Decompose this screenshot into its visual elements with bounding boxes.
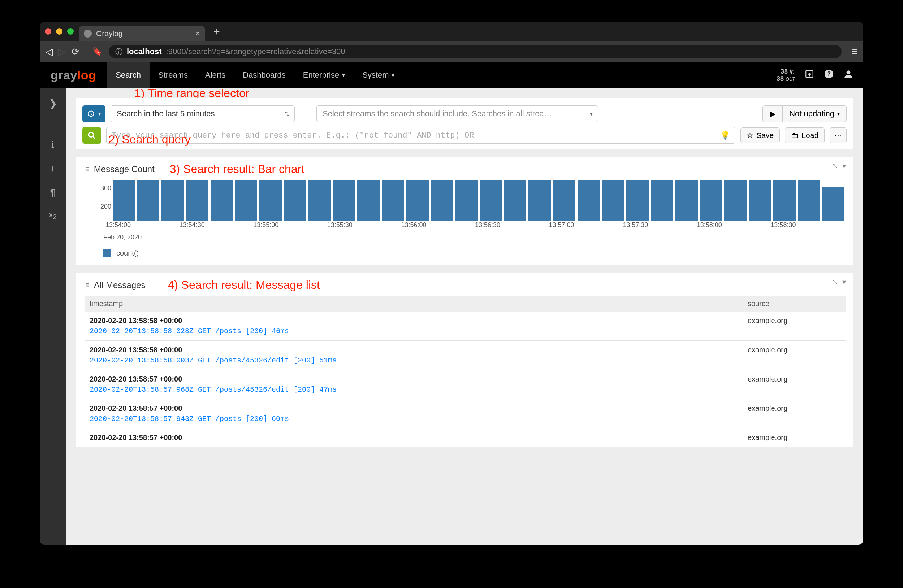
nav-item-streams[interactable]: Streams xyxy=(149,62,197,88)
chevron-down-icon[interactable]: ▾ xyxy=(842,162,846,170)
side-rail: ❯ i ＋ ¶ x2 xyxy=(40,88,66,545)
message-row[interactable]: 2020-02-20 13:58:57 +00:00example.org202… xyxy=(85,399,846,428)
bookmark-icon[interactable]: 🔖 xyxy=(93,47,102,56)
chart-bar[interactable] xyxy=(162,180,184,221)
collapse-icon[interactable]: ⤡ xyxy=(832,278,838,286)
chart-bar[interactable] xyxy=(186,180,208,221)
message-row[interactable]: 2020-02-20 13:58:58 +00:00example.org202… xyxy=(85,341,846,370)
chart-bar[interactable] xyxy=(529,180,551,221)
run-search-button[interactable] xyxy=(82,127,101,144)
x-tick: 13:57:30 xyxy=(623,221,697,232)
chart-bar[interactable] xyxy=(724,180,747,221)
bulb-icon[interactable]: 💡 xyxy=(720,131,730,140)
messages-title: All Messages xyxy=(94,280,146,290)
nav-item-enterprise[interactable]: Enterprise xyxy=(294,62,354,88)
chart-bar[interactable] xyxy=(651,180,673,221)
message-row[interactable]: 2020-02-20 13:58:57 +00:00example.org202… xyxy=(85,370,846,399)
more-actions-button[interactable]: ⋯ xyxy=(830,127,846,143)
chevron-down-icon[interactable]: ▾ xyxy=(842,278,846,286)
chart-bar[interactable] xyxy=(333,180,356,221)
user-icon[interactable] xyxy=(844,69,853,81)
maximise-window-icon[interactable] xyxy=(67,28,74,34)
chevron-right-icon[interactable]: ❯ xyxy=(49,97,57,109)
help-icon[interactable]: ? xyxy=(824,69,834,81)
play-button[interactable]: ▶ xyxy=(763,105,783,122)
forward-button[interactable]: ▷ xyxy=(58,46,65,57)
chart-bar[interactable] xyxy=(455,180,478,221)
plus-icon[interactable]: ＋ xyxy=(48,162,58,176)
back-button[interactable]: ◁ xyxy=(46,46,53,57)
chart-bar[interactable] xyxy=(602,180,625,221)
chart-bar[interactable] xyxy=(113,180,135,221)
nav-item-dashboards[interactable]: Dashboards xyxy=(234,62,294,88)
close-tab-icon[interactable]: × xyxy=(195,29,200,38)
search-query-input[interactable]: Type your search query here and press en… xyxy=(106,127,735,144)
chart-panel: ≡ Message Count 3) Search result: Bar ch… xyxy=(76,157,853,265)
chart-bar[interactable] xyxy=(773,180,796,221)
chart-bar[interactable] xyxy=(749,180,771,221)
drag-handle-icon[interactable]: ≡ xyxy=(85,165,90,173)
col-source[interactable]: source xyxy=(748,299,842,308)
message-source: example.org xyxy=(748,375,842,383)
subscript-icon[interactable]: x2 xyxy=(49,210,57,221)
chart-bar[interactable] xyxy=(700,180,722,221)
chart-bar[interactable] xyxy=(504,180,527,221)
chart-bar[interactable] xyxy=(284,180,306,221)
svg-point-5 xyxy=(89,132,94,137)
message-body: 2020-02-20T13:58:58.003Z GET /posts/4532… xyxy=(90,356,842,365)
chart-bar[interactable] xyxy=(357,180,380,221)
x-tick: 13:56:00 xyxy=(401,221,475,232)
nav-item-search[interactable]: Search xyxy=(107,62,149,88)
chart-bar[interactable] xyxy=(577,180,600,221)
chart-bar[interactable] xyxy=(553,180,576,221)
messages-panel: ≡ All Messages 4) Search result: Message… xyxy=(76,273,853,447)
load-search-button[interactable]: 🗀 Load xyxy=(785,127,824,143)
chart-bar[interactable] xyxy=(260,180,282,221)
message-timestamp: 2020-02-20 13:58:57 +00:00 xyxy=(90,404,182,412)
y-tick: 200 xyxy=(101,203,111,210)
minimise-window-icon[interactable] xyxy=(56,28,63,34)
drag-handle-icon[interactable]: ≡ xyxy=(85,281,90,289)
message-row[interactable]: 2020-02-20 13:58:57 +00:00example.org xyxy=(85,428,846,447)
chart-bar[interactable] xyxy=(211,180,233,221)
chart-bar[interactable] xyxy=(431,180,453,221)
time-range-select[interactable]: Search in the last 5 minutes ⇅ xyxy=(110,105,295,122)
chart-bar[interactable] xyxy=(675,180,698,221)
chart-bar[interactable] xyxy=(626,180,649,221)
reload-button[interactable]: ⟳ xyxy=(71,46,79,57)
update-mode-button[interactable]: Not updating xyxy=(783,105,846,122)
save-search-button[interactable]: ☆ Save xyxy=(741,127,780,143)
message-row[interactable]: 2020-02-20 13:58:58 +00:00example.org202… xyxy=(85,312,846,341)
chart-area[interactable]: 300200 13:54:0013:54:3013:55:0013:55:301… xyxy=(85,178,846,232)
chart-bar[interactable] xyxy=(480,180,502,221)
url-field[interactable]: ⓘ localhost :9000/search?q=&rangetype=re… xyxy=(109,45,842,58)
window-controls[interactable] xyxy=(43,28,79,34)
info-icon[interactable]: i xyxy=(51,139,54,150)
chart-bar[interactable] xyxy=(382,180,404,221)
chart-bar[interactable] xyxy=(822,187,845,221)
col-timestamp[interactable]: timestamp xyxy=(90,299,123,308)
chart-bar[interactable] xyxy=(406,180,429,221)
url-host: localhost xyxy=(127,47,162,56)
streams-select[interactable]: Select streams the search should include… xyxy=(316,105,598,122)
chart-bar[interactable] xyxy=(308,180,331,221)
edit-icon[interactable] xyxy=(805,69,814,81)
collapse-icon[interactable]: ⤡ xyxy=(832,162,838,170)
site-info-icon[interactable]: ⓘ xyxy=(115,47,123,56)
app-nav: graylog SearchStreamsAlertsDashboardsEnt… xyxy=(40,62,863,88)
nav-item-system[interactable]: System xyxy=(354,62,403,88)
pilcrow-icon[interactable]: ¶ xyxy=(50,187,55,199)
browser-menu-icon[interactable]: ≡ xyxy=(852,46,857,57)
chart-bar[interactable] xyxy=(137,180,160,221)
chart-bar[interactable] xyxy=(798,180,820,221)
chart-bar[interactable] xyxy=(235,180,258,221)
svg-point-3 xyxy=(846,71,851,74)
browser-tab[interactable]: Graylog × xyxy=(79,26,205,41)
time-range-button[interactable] xyxy=(82,105,105,122)
nav-item-alerts[interactable]: Alerts xyxy=(197,62,234,88)
message-body: 2020-02-20T13:58:57.968Z GET /posts/4532… xyxy=(90,386,842,394)
app-logo[interactable]: graylog xyxy=(40,68,107,82)
chart-legend: count() xyxy=(103,249,846,257)
new-tab-button[interactable]: ＋ xyxy=(212,25,222,38)
close-window-icon[interactable] xyxy=(45,28,51,34)
